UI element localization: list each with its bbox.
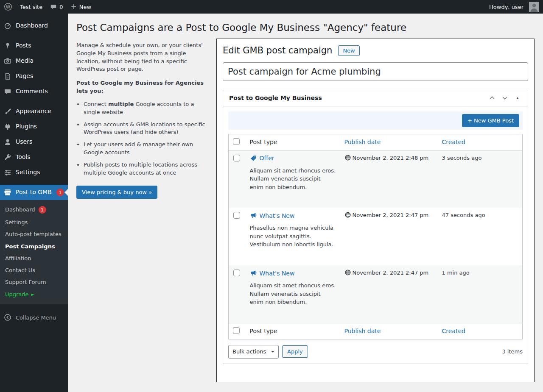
- sidebar-item-comments[interactable]: Comments: [0, 84, 68, 99]
- collapse-menu-button[interactable]: Collapse Menu: [0, 309, 68, 325]
- apply-button[interactable]: Apply: [282, 345, 308, 358]
- sidebar-item-label: Plugins: [16, 123, 37, 131]
- gmb-toolbar: + New GMB Post: [228, 111, 523, 130]
- submenu-item-contact-us[interactable]: Contact Us: [0, 264, 68, 276]
- post-type-link[interactable]: What's New: [250, 270, 295, 277]
- move-up-button[interactable]: [486, 92, 498, 104]
- gmb-posts-table: Post type Publish date Created: [228, 134, 523, 339]
- submenu-item-settings[interactable]: Settings: [0, 217, 68, 228]
- metabox-title: Post to Google My Business: [229, 95, 322, 101]
- paintbrush-icon: [3, 107, 12, 116]
- table-footer-row: Post type Publish date Created: [229, 323, 523, 339]
- bulk-actions-select[interactable]: Bulk actions: [228, 345, 279, 359]
- storefront-icon: [3, 188, 12, 197]
- sidebar-item-label: Post to GMB: [16, 189, 52, 196]
- new-gmb-post-button[interactable]: + New GMB Post: [462, 114, 519, 127]
- svg-text:W: W: [6, 4, 11, 9]
- view-pricing-button[interactable]: View pricing & buy now »: [76, 186, 157, 199]
- new-content-link[interactable]: + New: [67, 0, 95, 14]
- wp-logo-menu[interactable]: W: [0, 0, 16, 14]
- sidebar-item-pages[interactable]: Pages: [0, 69, 68, 84]
- submenu-item-label: Dashboard: [5, 207, 35, 213]
- wrench-icon: [3, 153, 12, 161]
- sidebar-item-label: Comments: [16, 88, 48, 95]
- submenu-item-upgrade[interactable]: Upgrade ►: [0, 289, 68, 300]
- chevron-up-icon: [489, 95, 495, 101]
- table-nav: Bulk actions Apply 3 items: [228, 345, 523, 359]
- table-row: Offer Aliquam sit amet rhoncus eros. Nul…: [229, 150, 523, 208]
- edit-campaign-panel: Edit GMB post campaign New Post to Googl…: [216, 39, 535, 382]
- sidebar-item-settings[interactable]: Settings: [0, 165, 68, 180]
- sidebar-item-plugins[interactable]: Plugins: [0, 119, 68, 134]
- column-publish-date[interactable]: Publish date: [340, 323, 438, 339]
- bulk-actions-select-wrap: Bulk actions: [228, 345, 279, 359]
- bullet-bold-text: multiple: [108, 101, 134, 107]
- row-checkbox[interactable]: [233, 155, 240, 161]
- post-type-label: What's New: [260, 212, 295, 219]
- admin-bar: W Test site 0 + New Howdy, user: [0, 0, 543, 14]
- move-down-button[interactable]: [499, 92, 511, 104]
- pin-icon: [3, 42, 12, 50]
- select-all-checkbox[interactable]: [233, 327, 240, 334]
- sidebar-item-posts[interactable]: Posts: [0, 38, 68, 53]
- sidebar-item-tools[interactable]: Tools: [0, 150, 68, 165]
- toggle-panel-button[interactable]: ▲: [512, 92, 523, 104]
- tag-icon: [250, 155, 257, 162]
- new-campaign-button[interactable]: New: [338, 45, 359, 56]
- table-header-row: Post type Publish date Created: [229, 134, 523, 150]
- comment-bubble-icon: [50, 3, 57, 10]
- promo-bullet: Connect multiple Google accounts to a si…: [84, 100, 210, 117]
- gmb-count-badge: 1: [56, 189, 64, 196]
- row-checkbox[interactable]: [233, 270, 240, 276]
- collapse-arrow-icon: [3, 313, 12, 322]
- sidebar-item-dashboard[interactable]: Dashboard: [0, 18, 68, 33]
- column-created[interactable]: Created: [438, 134, 523, 150]
- new-content-label: New: [79, 4, 91, 10]
- publish-date-value: November 2, 2021 2:47 pm: [353, 270, 429, 276]
- column-post-type: Post type: [246, 134, 340, 150]
- howdy-label: Howdy, user: [489, 4, 523, 10]
- submenu-item-label: Contact Us: [5, 267, 35, 273]
- submenu-item-auto-post-templates[interactable]: Auto-post templates: [0, 228, 68, 240]
- column-publish-date[interactable]: Publish date: [340, 134, 438, 150]
- site-name-label: Test site: [20, 4, 42, 10]
- submenu-item-post-campaigns[interactable]: Post Campaigns: [0, 241, 68, 253]
- column-created[interactable]: Created: [438, 323, 523, 339]
- wordpress-logo-icon: W: [4, 3, 12, 11]
- created-value: 1 min ago: [438, 265, 523, 323]
- submenu-item-label: Post Campaigns: [5, 244, 55, 250]
- sidebar-item-media[interactable]: Media: [0, 53, 68, 69]
- row-checkbox[interactable]: [233, 212, 240, 219]
- site-name-link[interactable]: Test site: [16, 0, 46, 14]
- publish-date-value: November 2, 2021 2:47 pm: [353, 212, 429, 218]
- submenu-item-affiliation[interactable]: Affiliation: [0, 253, 68, 264]
- post-type-label: What's New: [260, 270, 295, 277]
- sidebar-item-post-to-gmb[interactable]: Post to GMB 1: [0, 185, 68, 200]
- comments-admin-bar-link[interactable]: 0: [46, 0, 67, 14]
- sidebar-item-label: Posts: [16, 42, 31, 50]
- megaphone-icon: [250, 212, 257, 219]
- table-row: What's New Aliquam sit amet rhoncus eros…: [229, 265, 523, 323]
- promo-column: Manage & schedule your own, or your clie…: [76, 39, 213, 199]
- sidebar-item-label: Appearance: [16, 108, 51, 115]
- gmb-metabox: Post to Google My Business ▲: [223, 90, 528, 364]
- sidebar-item-label: Users: [16, 138, 32, 146]
- post-type-link[interactable]: What's New: [250, 212, 295, 219]
- select-all-checkbox[interactable]: [233, 138, 240, 145]
- submenu-item-label: Upgrade: [5, 292, 29, 297]
- my-account-link[interactable]: Howdy, user: [485, 0, 543, 14]
- document-icon: [3, 72, 12, 81]
- submenu-item-label: Support Forum: [5, 279, 46, 285]
- sidebar-item-users[interactable]: Users: [0, 134, 68, 150]
- created-value: 47 seconds ago: [438, 208, 523, 265]
- promo-bullet-list: Connect multiple Google accounts to a si…: [76, 100, 210, 177]
- plug-icon: [3, 122, 12, 131]
- submenu-item-label: Auto-post templates: [5, 231, 62, 237]
- sidebar-item-appearance[interactable]: Appearance: [0, 104, 68, 119]
- submenu-item-dashboard[interactable]: Dashboard 1: [0, 203, 68, 217]
- globe-icon: [344, 154, 351, 161]
- sidebar-item-label: Tools: [16, 153, 31, 161]
- post-type-link[interactable]: Offer: [250, 155, 274, 162]
- submenu-item-support-forum[interactable]: Support Forum: [0, 276, 68, 288]
- campaign-title-input[interactable]: [223, 62, 528, 81]
